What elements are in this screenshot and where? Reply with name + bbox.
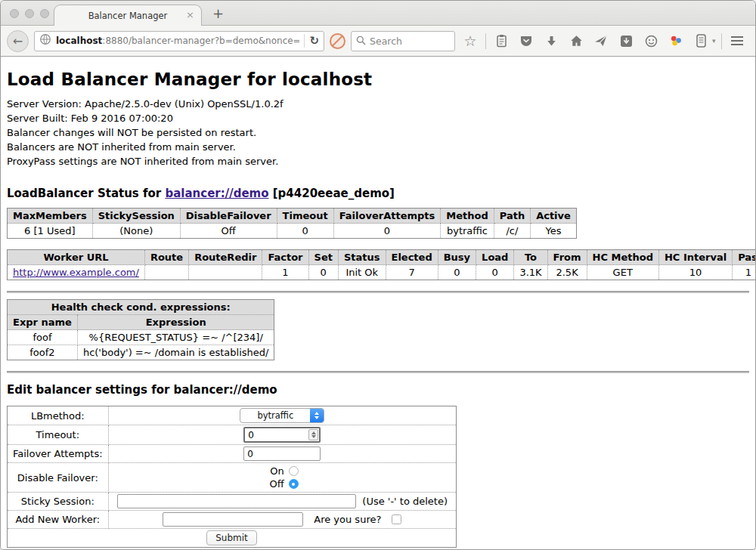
col-worker-url: Worker URL [8,250,145,265]
table-header-row: Expr name Expression [8,315,274,330]
grid-extension-icon[interactable] [752,31,756,51]
col-factor: Factor [262,250,308,265]
worker-url-link[interactable]: http://www.example.com/ [13,267,139,278]
col-elected: Elected [386,250,438,265]
col-hc-interval: HC Interval [658,250,732,265]
col-expression: Expression [77,315,274,330]
new-tab-button[interactable]: + [212,5,224,21]
cell-expr-name: foof2 [8,345,78,360]
search-icon [356,34,366,48]
back-arrow-icon: ← [13,34,23,48]
section-divider [7,291,749,293]
col-failoverattempts: FailoverAttempts [333,209,441,224]
col-to: To [514,250,547,265]
status-heading: LoadBalancer Status for balancer://demo … [7,187,749,200]
col-active: Active [531,209,577,224]
toolbar-divider [485,33,486,49]
emoji-icon[interactable] [641,31,661,51]
cell-set: 0 [308,265,338,280]
url-text[interactable]: localhost:8880/balancer-manager?b=demo&n… [56,36,299,46]
cell-disablefailover: Off [180,224,277,239]
disable-failover-on-radio[interactable] [289,466,299,476]
sticky-session-label: Sticky Session: [8,493,109,511]
form-row-lbmethod: LBmethod: bytraffic [8,406,457,425]
lbmethod-label: LBmethod: [8,406,109,425]
page-title: Load Balancer Manager for localhost [7,70,749,89]
failover-attempts-input[interactable] [243,446,321,461]
table-header-row: MaxMembers StickySession DisableFailover… [8,209,577,224]
cell-path: /c/ [494,224,530,239]
table-row: 6 [1 Used] (None) Off 0 0 bytraffic /c/ … [8,224,577,239]
table-title-row: Health check cond. expressions: [8,300,274,315]
server-built: Server Built: Feb 9 2016 07:00:20 [7,111,749,125]
hc-row: foof2 hc('body') =~ /domain is establish… [8,345,274,360]
minimize-window-button[interactable] [25,9,34,18]
cell-expression: hc('body') =~ /domain is established/ [77,345,274,360]
cell-expr-name: foof [8,330,78,345]
col-hc-method: HC Method [587,250,658,265]
tab-close-icon[interactable]: × [186,10,194,20]
form-row-disable-failover: Disable Failover: On Off [8,463,457,493]
col-path: Path [494,209,530,224]
search-bar[interactable] [351,31,455,51]
form-row-submit: Submit [8,529,457,548]
radio-off-label: Off [266,478,284,490]
server-info: Server Version: Apache/2.5.0-dev (Unix) … [7,97,749,168]
bookmark-star-icon[interactable]: ☆ [460,31,480,51]
submit-button[interactable]: Submit [206,530,257,545]
content-blocked-icon[interactable] [330,33,345,49]
radio-on-label: On [266,465,284,477]
notice-balancers: Balancers are NOT inherited from main se… [7,140,749,154]
reload-icon[interactable]: ↻ [309,34,319,48]
tab-title: Balancer Manager [88,11,168,21]
page-content: Load Balancer Manager for localhost Serv… [1,57,755,549]
cell-status: Init Ok [338,265,386,280]
extension-download-icon[interactable] [616,31,636,51]
tab-balancer-manager[interactable]: Balancer Manager × [54,5,202,26]
menu-hamburger-icon[interactable] [727,31,747,51]
add-worker-input[interactable] [163,512,303,527]
zoom-window-button[interactable] [40,9,49,18]
notice-proxypass: ProxyPass settings are NOT inherited fro… [7,154,749,168]
chevron-down-icon[interactable]: ▾ [712,37,716,45]
col-method: Method [441,209,494,224]
col-stickysession: StickySession [92,209,180,224]
navigation-toolbar: ← localhost:8880/balancer-manager?b=demo… [1,25,755,57]
lbmethod-selected-value: bytraffic [240,410,310,421]
cell-busy: 0 [438,265,476,280]
col-timeout: Timeout [277,209,333,224]
send-icon[interactable] [591,31,611,51]
are-you-sure-checkbox[interactable] [392,514,401,524]
worker-row: http://www.example.com/ 1 0 Init Ok 7 0 … [8,265,756,280]
search-input[interactable] [370,36,450,47]
col-disablefailover: DisableFailover [180,209,277,224]
cell-stickysession: (None) [92,224,180,239]
reading-list-icon[interactable] [491,31,511,51]
disable-failover-off-radio[interactable] [289,479,299,489]
close-window-button[interactable] [10,9,19,18]
failover-attempts-label: Failover Attempts: [8,445,109,463]
pocket-icon[interactable] [516,31,536,51]
balancer-demo-link[interactable]: balancer://demo [165,187,268,200]
window-controls [10,9,49,18]
home-icon[interactable] [566,31,586,51]
lbmethod-select[interactable]: bytraffic [240,408,324,423]
col-expr-name: Expr name [8,315,78,330]
sticky-session-hint: (Use '-' to delete) [362,496,448,507]
cell-hc-method: GET [587,265,658,280]
table-header-row: Worker URL Route RouteRedir Factor Set S… [8,250,756,265]
color-dots-extension-icon[interactable] [666,31,686,51]
cell-passes: 1 (0) [733,265,755,280]
globe-icon [39,33,51,48]
cell-hc-interval: 10 [658,265,732,280]
downloads-icon[interactable] [541,31,561,51]
number-stepper-icon[interactable] [308,429,318,440]
container-extension-icon[interactable] [691,31,711,51]
col-status: Status [338,250,386,265]
add-worker-label: Add New Worker: [8,511,109,529]
url-bar[interactable]: localhost:8880/balancer-manager?b=demo&n… [34,31,324,51]
sticky-session-input[interactable] [117,494,357,508]
back-button[interactable]: ← [7,30,29,52]
cell-route [144,265,188,280]
col-passes: Passes [733,250,755,265]
